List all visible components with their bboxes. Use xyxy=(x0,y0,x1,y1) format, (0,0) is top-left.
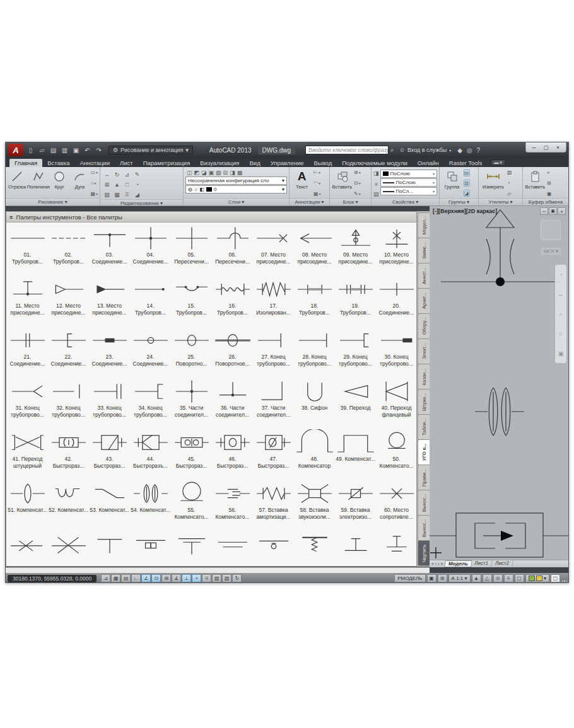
palette-tool[interactable] xyxy=(253,531,294,566)
palette-tool[interactable]: 04. Соединение... xyxy=(130,225,171,276)
palette-tool[interactable]: 53. Компенсат... xyxy=(89,480,130,531)
groups-mini-button[interactable]: ▥ xyxy=(464,180,470,187)
palette-tool[interactable]: 21. Соединение... xyxy=(7,327,48,378)
utilities-mini-button[interactable]: ▱ xyxy=(507,191,512,197)
circle-button[interactable]: Круг xyxy=(50,168,69,198)
draw-mini-button[interactable]: ○▾ xyxy=(90,180,98,186)
edit-tool-button[interactable]: ↻ xyxy=(112,170,122,179)
palette-tool[interactable]: 39. Переход xyxy=(335,378,376,429)
annotation-mini-button[interactable]: ▦▾ xyxy=(313,191,321,197)
ribbon-tab[interactable]: Лист xyxy=(115,159,138,167)
properties-mini-button[interactable]: ◨ xyxy=(373,170,379,176)
search-icon[interactable]: ⌕ xyxy=(390,146,394,154)
ribbon-tab[interactable]: Визуализация xyxy=(195,159,244,167)
tray-icon-toolbar-lock[interactable]: ≡ xyxy=(504,574,513,582)
palette-tool[interactable]: 12. Место присоедине... xyxy=(48,276,89,327)
navbar-tool-icon[interactable]: ↔ xyxy=(558,291,564,298)
palette-tool[interactable]: 41. Переход штуцерный xyxy=(7,429,48,480)
palette-tool[interactable]: 10. Место присоедине... xyxy=(376,225,416,276)
status-toggle-grid-display[interactable]: ▤ xyxy=(121,574,131,582)
palette-tool[interactable]: 50. Компенсато... xyxy=(376,429,416,480)
palette-properties-icon[interactable]: ≡ xyxy=(9,214,13,221)
text-button[interactable]: А Текст xyxy=(291,168,312,198)
palette-tool[interactable]: 49. Компенсат... xyxy=(335,429,376,480)
palette-tool[interactable]: 51. Компенсат... xyxy=(7,480,48,531)
status-toggle-3d-object-snap[interactable]: ⊞ xyxy=(161,574,171,582)
palette-tool[interactable]: 38. Сифон xyxy=(294,378,335,429)
model-space-button[interactable]: РМОДЕЛЬ xyxy=(394,574,425,582)
palette-tool[interactable]: 47. Быстрораз... xyxy=(253,429,294,480)
statusbar-grip[interactable] xyxy=(561,574,568,582)
layer-tool-button[interactable]: ◨ xyxy=(230,170,235,176)
signin-button[interactable]: ☺ Вход в службы ▾ xyxy=(399,147,451,153)
palette-tool[interactable]: 48. Компенсатор xyxy=(294,429,335,480)
layer-tool-button[interactable]: ◩ xyxy=(194,170,200,176)
edit-tool-button[interactable]: ▦ xyxy=(112,190,122,199)
palette-tab[interactable]: Аннот... xyxy=(418,263,430,289)
edit-tool-button[interactable]: ⠿ xyxy=(122,190,132,199)
command-line-strip[interactable] xyxy=(6,567,430,573)
palette-tool[interactable]: 08. Место присоедине... xyxy=(294,225,335,276)
tray-icon-clean-screen[interactable]: ▢ xyxy=(515,574,524,582)
window-control-minimize[interactable]: ─ xyxy=(529,144,539,151)
navbar-tool-icon[interactable]: ○ xyxy=(559,331,562,337)
panel-label-utilities[interactable]: Утилиты ▾ xyxy=(479,198,522,205)
isolate-objects-button[interactable]: ▾ xyxy=(525,574,549,582)
palette-tool[interactable]: 35. Части соединител... xyxy=(171,378,212,429)
palette-tool[interactable]: 31. Конец трубопрово... xyxy=(7,378,48,429)
layout-nav-button[interactable]: » xyxy=(440,562,444,566)
linetype-dropdown[interactable]: ПоСлою▾ xyxy=(380,178,437,187)
titlebar-icon-help[interactable]: ? xyxy=(477,147,481,154)
viewport-control-viewport-close[interactable]: × xyxy=(558,207,566,215)
ribbon-tab[interactable]: Главная xyxy=(9,159,42,167)
layer-tool-button[interactable]: ▣ xyxy=(209,170,214,176)
lineweight-dropdown[interactable]: ПоСл...▾ xyxy=(380,187,437,195)
palette-tool[interactable]: 52. Компенсат... xyxy=(48,480,89,531)
palette-tool[interactable]: 28. Конец трубопрово... xyxy=(294,327,335,378)
palette-tool[interactable]: 22. Соединение... xyxy=(48,327,89,378)
status-toggle-show-lineweight[interactable]: ≡ xyxy=(202,574,211,582)
navbar-tool-icon[interactable]: ▣ xyxy=(558,350,564,357)
viewcube[interactable] xyxy=(541,220,561,240)
status-toggle-snap-mode[interactable]: ▦ xyxy=(111,574,120,582)
palette-tab[interactable]: Прави... xyxy=(418,465,430,490)
ribbon-tab[interactable]: Управление xyxy=(266,159,309,167)
palette-tab[interactable]: Элект... xyxy=(418,338,430,364)
paste-button[interactable]: Вставить xyxy=(525,168,546,198)
palette-tool[interactable]: 27. Конец трубопрово... xyxy=(253,327,294,378)
navbar-tool-icon[interactable]: ◔ xyxy=(559,272,562,278)
palette-tool[interactable]: 34. Конец трубопрово... xyxy=(130,378,171,429)
titlebar-icon-exchange-apps[interactable]: ◆ xyxy=(457,147,462,154)
groups-mini-button[interactable]: ◪ xyxy=(464,190,470,197)
palette-tool[interactable]: 32. Конец трубопрово... xyxy=(48,378,89,429)
status-toggle-object-snap[interactable]: ⊡ xyxy=(151,574,161,582)
palette-tool[interactable]: 19. Трубопров... xyxy=(335,276,376,327)
layer-tool-button[interactable]: ▨ xyxy=(216,170,221,176)
panel-label-clipboard[interactable]: Буфер обмена xyxy=(523,198,568,205)
edit-tool-button[interactable]: ⊿ xyxy=(122,170,132,179)
palette-tool[interactable]: 40. Переход фланцевый xyxy=(376,378,416,429)
palette-tool[interactable]: 13. Место присоедине... xyxy=(89,276,130,327)
annotation-mini-button[interactable]: ⊢▾ xyxy=(313,170,321,175)
palette-tab[interactable]: Вынос... xyxy=(418,515,430,541)
palette-tab[interactable]: Архит... xyxy=(418,288,430,314)
palette-tool[interactable] xyxy=(294,531,335,566)
qat-icon-new[interactable]: ▯ xyxy=(26,146,35,155)
viewport-control-viewport-maximize[interactable]: ▣ xyxy=(549,207,557,215)
status-toggle-quick-properties[interactable]: ▧ xyxy=(222,574,231,582)
palette-tool[interactable]: 56. Компенсато... xyxy=(212,480,253,531)
palette-tool[interactable]: 29. Конец трубопрово... xyxy=(335,327,376,378)
group-button[interactable]: Группа xyxy=(442,168,462,198)
palette-tool[interactable]: 58. Вставка звукоизоли... xyxy=(294,480,335,531)
qat-icon-plot[interactable]: ▣ xyxy=(71,146,81,155)
edit-tool-button[interactable]: ◢ xyxy=(132,190,142,199)
clipboard-mini-button[interactable]: ⊞ xyxy=(547,180,552,186)
viewcube-ucs-dropdown[interactable]: МСК ▾ xyxy=(541,248,561,255)
palette-tool[interactable]: 25. Поворотно... xyxy=(171,327,212,378)
groups-mini-button[interactable]: ▤ xyxy=(464,170,470,176)
ribbon-tab[interactable]: Параметризация xyxy=(138,159,196,167)
properties-mini-button[interactable]: ▤ xyxy=(373,191,379,197)
window-control-restore[interactable]: ▢ xyxy=(541,144,551,151)
layer-tool-button[interactable]: ⊟ xyxy=(223,170,228,176)
palette-tool[interactable]: 07. Место присоедине... xyxy=(253,225,294,276)
